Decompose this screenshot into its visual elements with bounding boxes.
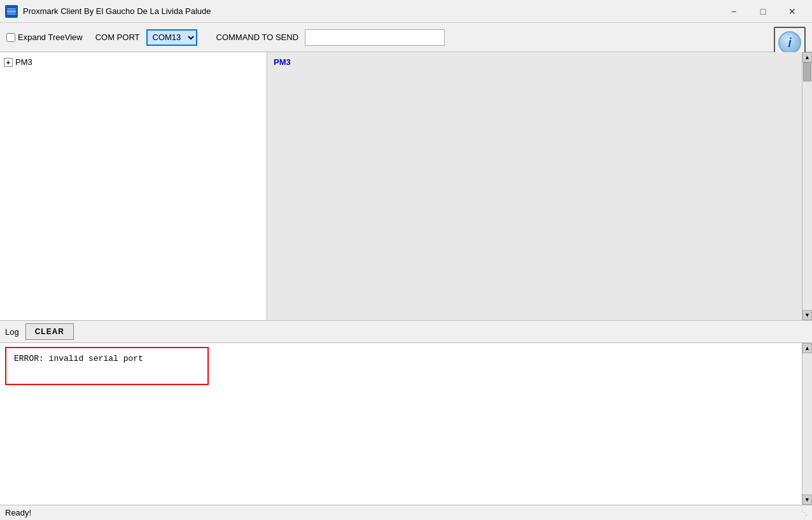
output-panel: PM3 (267, 52, 812, 320)
minimize-button[interactable]: − (719, 2, 748, 21)
tree-panel: + PM3 (0, 52, 267, 320)
maximize-button[interactable]: □ (748, 2, 778, 21)
tree-expand-pm3[interactable]: + (4, 58, 13, 67)
tree-item-pm3-label: PM3 (15, 57, 32, 67)
log-scrollbar-up-button[interactable] (802, 343, 812, 353)
expand-treeview-text: Expand TreeView (18, 32, 83, 42)
expand-treeview-checkbox[interactable] (6, 33, 15, 42)
resize-grip-icon: ⋱ (801, 509, 807, 516)
scrollbar-thumb[interactable] (803, 62, 811, 81)
com-port-label: COM PORT (95, 32, 140, 42)
close-button[interactable]: ✕ (778, 2, 807, 21)
window-controls: − □ ✕ (719, 2, 807, 21)
tree-item-pm3[interactable]: + PM3 (4, 56, 263, 68)
log-content: ERROR: invalid serial port (0, 343, 802, 505)
error-box: ERROR: invalid serial port (5, 347, 209, 385)
status-text: Ready! (5, 508, 31, 517)
log-scrollbar-track[interactable] (802, 353, 812, 495)
info-icon: i (778, 31, 801, 54)
scrollbar-track[interactable] (802, 62, 812, 310)
command-input[interactable] (305, 29, 445, 46)
log-scrollbar-down-button[interactable] (802, 495, 812, 505)
svg-rect-2 (7, 8, 16, 10)
log-bar: Log CLEAR (0, 320, 812, 343)
bottom-section: Log CLEAR ERROR: invalid serial port (0, 320, 812, 505)
svg-rect-1 (7, 10, 16, 13)
expand-treeview-label[interactable]: Expand TreeView (6, 32, 83, 42)
svg-rect-3 (7, 13, 16, 15)
scrollbar-up-button[interactable] (802, 52, 812, 62)
clear-button[interactable]: CLEAR (25, 323, 74, 340)
log-panel: ERROR: invalid serial port (0, 343, 812, 505)
app-icon (5, 5, 18, 18)
com-port-select[interactable]: COM13 COM1 COM2 COM3 COM4 COM5 COM6 COM7… (146, 29, 197, 46)
log-label: Log (5, 327, 19, 337)
command-label: COMMAND TO SEND (216, 32, 299, 42)
output-content: PM3 (267, 52, 812, 320)
output-scrollbar[interactable] (802, 52, 812, 320)
output-pm3-label: PM3 (274, 57, 799, 67)
status-bar: Ready! ⋱ (0, 505, 812, 520)
toolbar: Expand TreeView COM PORT COM13 COM1 COM2… (0, 23, 812, 52)
title-bar: Proxmark Client By El Gaucho De La Livid… (0, 0, 812, 23)
window-title: Proxmark Client By El Gaucho De La Livid… (23, 6, 719, 16)
scrollbar-down-button[interactable] (802, 310, 812, 320)
main-area: + PM3 PM3 (0, 52, 812, 320)
log-scrollbar[interactable] (802, 343, 812, 505)
error-text: ERROR: invalid serial port (14, 354, 143, 363)
